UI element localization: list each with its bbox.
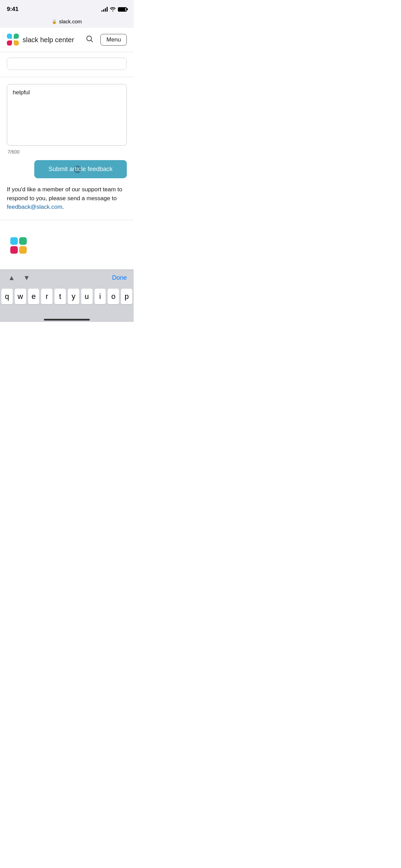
support-period: . xyxy=(62,204,64,210)
svg-rect-5 xyxy=(19,246,27,254)
support-text: If you'd like a member of our support te… xyxy=(7,186,122,202)
keyboard-next-button[interactable]: ▼ xyxy=(22,273,32,283)
address-bar: 🔒 slack.com xyxy=(0,16,134,28)
keyboard: q w e r t y u i o p xyxy=(0,286,134,316)
keyboard-row-1: q w e r t y u i o p xyxy=(1,289,132,304)
top-divider xyxy=(0,77,134,77)
key-p[interactable]: p xyxy=(121,289,132,304)
support-message: If you'd like a member of our support te… xyxy=(0,178,134,212)
footer-logo-area xyxy=(0,220,134,269)
svg-rect-4 xyxy=(10,246,18,254)
page-content: helpful 7/600 Submit article feedback If… xyxy=(0,58,134,269)
lock-icon: 🔒 xyxy=(52,19,57,24)
svg-rect-3 xyxy=(19,237,27,245)
keyboard-toolbar: ▲ ▼ Done xyxy=(0,269,134,286)
status-bar: 9:41 xyxy=(0,0,134,16)
svg-line-1 xyxy=(91,40,93,42)
keyboard-done-button[interactable]: Done xyxy=(112,274,127,281)
submit-article-feedback-button[interactable]: Submit article feedback xyxy=(34,160,127,178)
site-header: slack help center Menu xyxy=(0,28,134,52)
key-y[interactable]: y xyxy=(68,289,79,304)
menu-button[interactable]: Menu xyxy=(100,34,127,46)
home-indicator xyxy=(0,316,134,322)
search-button[interactable] xyxy=(84,33,95,46)
key-w[interactable]: w xyxy=(15,289,26,304)
url-text: slack.com xyxy=(59,19,82,24)
header-actions: Menu xyxy=(84,33,127,46)
site-title: slack help center xyxy=(23,36,74,44)
keyboard-nav-buttons: ▲ ▼ xyxy=(7,273,32,283)
home-bar xyxy=(44,319,90,321)
textarea-section: helpful 7/600 xyxy=(0,84,134,155)
key-t[interactable]: t xyxy=(54,289,66,304)
home-indicator-spacer xyxy=(1,308,132,316)
wifi-icon xyxy=(110,7,116,12)
char-count: 7/600 xyxy=(7,149,127,155)
partial-card xyxy=(7,58,127,70)
keyboard-prev-button[interactable]: ▲ xyxy=(7,273,16,283)
logo-area: slack help center xyxy=(7,34,74,46)
battery-icon xyxy=(118,7,127,12)
slack-logo-icon xyxy=(7,34,19,46)
signal-icon xyxy=(101,7,108,12)
key-r[interactable]: r xyxy=(41,289,52,304)
key-e[interactable]: e xyxy=(28,289,39,304)
feedback-textarea[interactable]: helpful xyxy=(7,84,127,146)
status-icons xyxy=(101,7,127,12)
submit-btn-label: Submit article feedback xyxy=(48,166,112,173)
key-q[interactable]: q xyxy=(1,289,13,304)
status-time: 9:41 xyxy=(7,6,19,13)
support-email-link[interactable]: feedback@slack.com xyxy=(7,204,62,210)
submit-btn-wrapper: Submit article feedback xyxy=(0,155,134,178)
svg-rect-2 xyxy=(10,237,18,245)
key-i[interactable]: i xyxy=(95,289,106,304)
key-o[interactable]: o xyxy=(108,289,119,304)
footer-slack-logo xyxy=(7,234,34,261)
key-u[interactable]: u xyxy=(81,289,93,304)
